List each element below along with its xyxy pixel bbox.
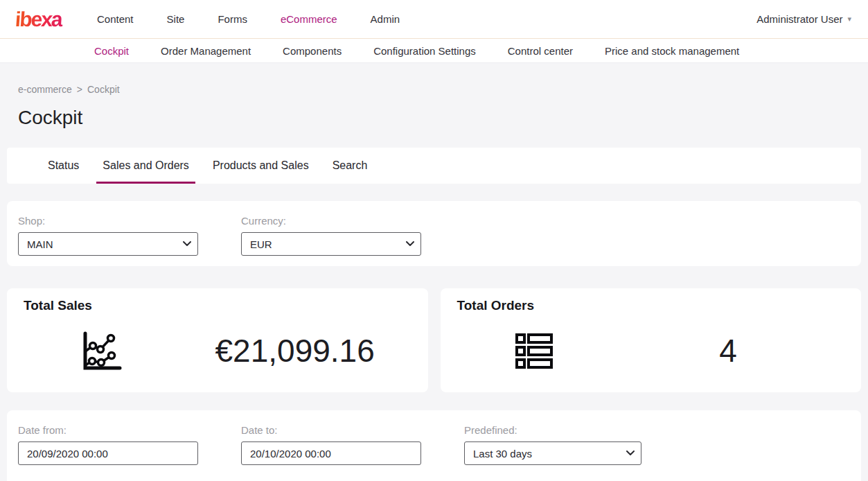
sub-nav-price-stock-management[interactable]: Price and stock management bbox=[605, 45, 739, 57]
user-menu-label: Administrator User bbox=[756, 13, 842, 25]
predefined-label: Predefined: bbox=[464, 424, 641, 436]
breadcrumb-ecommerce[interactable]: e-commerce bbox=[18, 84, 72, 95]
tab-products-and-sales[interactable]: Products and Sales bbox=[206, 148, 315, 184]
currency-label: Currency: bbox=[241, 215, 421, 227]
main-content: e-commerce > Cockpit Cockpit Status Sale… bbox=[0, 84, 868, 481]
predefined-field-group: Predefined: Last 30 days bbox=[464, 424, 641, 480]
tab-sales-and-orders[interactable]: Sales and Orders bbox=[96, 148, 195, 184]
shop-field-group: Shop: MAIN bbox=[18, 215, 198, 252]
top-nav-forms[interactable]: Forms bbox=[218, 13, 247, 25]
total-sales-value: €21,099.16 bbox=[215, 332, 375, 369]
date-filter-panel: Date from: Date to: Predefined: Last 30 … bbox=[7, 410, 861, 481]
predefined-select[interactable]: Last 30 days bbox=[464, 441, 641, 465]
breadcrumb: e-commerce > Cockpit bbox=[18, 84, 868, 95]
line-chart-icon bbox=[80, 331, 123, 371]
shop-select[interactable]: MAIN bbox=[18, 232, 198, 256]
sub-nav-control-center[interactable]: Control center bbox=[508, 45, 573, 57]
currency-select[interactable]: EUR bbox=[241, 232, 421, 256]
date-from-input[interactable] bbox=[18, 441, 198, 465]
sub-nav-components[interactable]: Components bbox=[283, 45, 342, 57]
breadcrumb-cockpit: Cockpit bbox=[87, 84, 120, 95]
ibexa-logo[interactable]: ibexa bbox=[15, 8, 71, 31]
shop-label: Shop: bbox=[18, 215, 198, 227]
chevron-down-icon: ▾ bbox=[847, 15, 851, 23]
top-bar: ibexa Content Site Forms eCommerce Admin… bbox=[0, 0, 868, 39]
date-from-label: Date from: bbox=[18, 424, 198, 436]
user-menu[interactable]: Administrator User ▾ bbox=[756, 13, 851, 25]
total-orders-value: 4 bbox=[719, 332, 737, 369]
tab-search[interactable]: Search bbox=[326, 148, 374, 184]
top-nav-admin[interactable]: Admin bbox=[371, 13, 400, 25]
sub-nav: Cockpit Order Management Components Conf… bbox=[0, 39, 868, 63]
breadcrumb-separator: > bbox=[77, 84, 82, 95]
top-nav: Content Site Forms eCommerce Admin bbox=[97, 13, 756, 25]
currency-field-group: Currency: EUR bbox=[241, 215, 421, 252]
total-orders-title: Total Orders bbox=[457, 298, 845, 313]
sub-nav-cockpit[interactable]: Cockpit bbox=[94, 45, 129, 57]
shop-currency-panel: Shop: MAIN Currency: EUR bbox=[7, 201, 861, 266]
date-to-field-group: Date to: bbox=[241, 424, 421, 480]
total-orders-card: Total Orders 4 bbox=[441, 288, 862, 392]
tab-strip: Status Sales and Orders Products and Sal… bbox=[7, 148, 861, 184]
date-to-input[interactable] bbox=[241, 441, 421, 465]
tab-status[interactable]: Status bbox=[42, 148, 85, 184]
date-from-field-group: Date from: bbox=[18, 424, 198, 480]
total-sales-title: Total Sales bbox=[24, 298, 411, 313]
top-nav-ecommerce[interactable]: eCommerce bbox=[281, 13, 337, 25]
sub-nav-order-management[interactable]: Order Management bbox=[161, 45, 251, 57]
top-nav-content[interactable]: Content bbox=[97, 13, 134, 25]
total-sales-card: Total Sales €21,099.16 bbox=[7, 288, 428, 392]
page-title: Cockpit bbox=[18, 107, 868, 129]
kpi-cards-row: Total Sales €21,099.16 bbox=[7, 288, 861, 392]
date-to-label: Date to: bbox=[241, 424, 421, 436]
sub-nav-configuration-settings[interactable]: Configuration Settings bbox=[373, 45, 476, 57]
top-nav-site[interactable]: Site bbox=[167, 13, 185, 25]
order-list-icon bbox=[515, 331, 553, 371]
